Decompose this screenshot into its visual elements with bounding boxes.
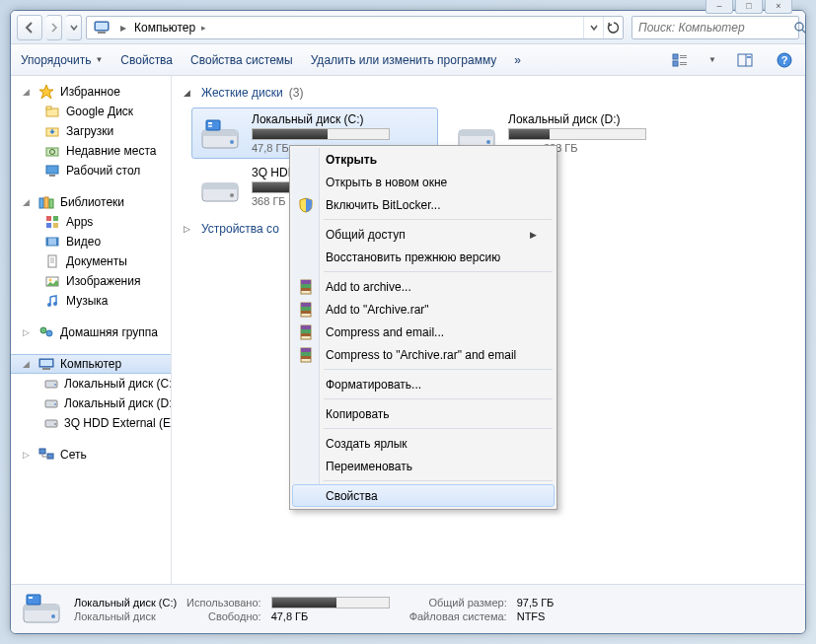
sidebar-item-drive-d[interactable]: Локальный диск (D:): [11, 394, 171, 413]
svg-rect-45: [42, 368, 50, 370]
status-free-value: 47,8 ГБ: [271, 610, 400, 622]
desktop-icon: [44, 163, 60, 179]
properties-button[interactable]: Свойства: [120, 53, 173, 67]
window-minimize-button[interactable]: –: [705, 0, 733, 14]
context-menu-item[interactable]: Compress to "Archive.rar" and email: [292, 343, 555, 366]
collapse-icon: ◢: [23, 197, 33, 207]
svg-point-47: [54, 384, 56, 386]
search-box[interactable]: [631, 16, 799, 39]
context-menu-item[interactable]: Форматировать...: [292, 373, 555, 395]
breadcrumb-computer[interactable]: Компьютер ▸: [130, 17, 215, 38]
sidebar-item-drive-c[interactable]: Локальный диск (C:): [11, 374, 171, 394]
svg-rect-83: [301, 329, 311, 333]
sidebar-item-apps[interactable]: Apps: [11, 212, 171, 232]
svg-rect-84: [301, 333, 311, 336]
folder-icon: [44, 104, 60, 119]
address-bar[interactable]: ▸ Компьютер ▸: [86, 16, 624, 39]
context-menu-item[interactable]: Общий доступ▶: [292, 223, 555, 246]
organize-button[interactable]: Упорядочить▼: [21, 53, 103, 67]
star-icon: [38, 84, 54, 100]
context-menu-item[interactable]: Создать ярлык: [292, 432, 555, 455]
sidebar-network-header[interactable]: ▷ Сеть: [11, 445, 171, 465]
address-dropdown-button[interactable]: [583, 17, 603, 38]
svg-point-58: [230, 140, 234, 144]
svg-rect-23: [39, 198, 43, 208]
svg-rect-10: [680, 64, 687, 65]
sidebar-item-music[interactable]: Музыка: [11, 291, 171, 311]
refresh-button[interactable]: [603, 17, 623, 38]
context-menu-item[interactable]: Открыть: [292, 148, 555, 171]
svg-rect-2: [98, 32, 106, 34]
toolbar-overflow-button[interactable]: »: [514, 53, 521, 67]
context-menu-item[interactable]: Add to archive...: [292, 275, 555, 298]
svg-point-41: [40, 327, 46, 333]
drive-usage-bar: [508, 128, 646, 140]
sidebar-item-drive-e[interactable]: 3Q HDD External (E:): [11, 413, 171, 433]
search-input[interactable]: [632, 21, 793, 35]
homegroup-icon: [38, 324, 54, 340]
sidebar-item-google-drive[interactable]: Google Диск: [11, 102, 171, 121]
sidebar-item-documents[interactable]: Документы: [11, 251, 171, 271]
collapse-icon: ◢: [23, 359, 33, 369]
svg-rect-32: [56, 238, 58, 246]
svg-rect-27: [53, 216, 58, 221]
submenu-arrow-icon: ▶: [530, 230, 537, 240]
svg-rect-60: [208, 122, 212, 124]
context-menu-separator: [324, 428, 553, 429]
svg-rect-5: [673, 54, 678, 59]
sidebar-item-recent[interactable]: Недавние места: [11, 141, 171, 161]
sidebar-item-videos[interactable]: Видео: [11, 232, 171, 251]
sidebar-item-downloads[interactable]: Загрузки: [11, 121, 171, 141]
svg-rect-88: [301, 356, 311, 359]
svg-point-64: [486, 140, 490, 144]
help-button[interactable]: ?: [774, 49, 795, 71]
sidebar-homegroup-header[interactable]: ▷ Домашняя группа: [11, 322, 171, 342]
context-menu-item[interactable]: Add to "Archive.rar": [292, 298, 555, 321]
pictures-icon: [44, 273, 60, 289]
preview-pane-button[interactable]: [734, 49, 756, 71]
context-menu-item[interactable]: Переименовать: [292, 455, 555, 477]
view-mode-button[interactable]: [669, 49, 691, 71]
svg-rect-11: [738, 54, 752, 66]
svg-rect-86: [301, 348, 311, 352]
svg-rect-31: [46, 238, 48, 246]
back-button[interactable]: [17, 15, 42, 40]
drive-icon: [44, 376, 58, 392]
sidebar-libraries-header[interactable]: ◢ Библиотеки: [11, 192, 171, 212]
history-dropdown-button[interactable]: [66, 15, 82, 40]
view-dropdown-button[interactable]: ▼: [708, 55, 716, 64]
uninstall-button[interactable]: Удалить или изменить программу: [311, 53, 497, 67]
drive-icon: [198, 166, 242, 209]
svg-point-49: [54, 403, 56, 405]
computer-icon: [91, 17, 112, 38]
sidebar-label: Сеть: [60, 448, 87, 462]
forward-button[interactable]: [46, 15, 62, 40]
command-bar: Упорядочить▼ Свойства Свойства системы У…: [11, 44, 805, 76]
status-drive-name: Локальный диск (C:): [74, 597, 177, 608]
sidebar-item-pictures[interactable]: Изображения: [11, 271, 171, 291]
context-menu-item[interactable]: Восстановить прежнюю версию: [292, 246, 555, 268]
svg-rect-22: [49, 175, 55, 177]
expand-icon: ▷: [23, 450, 33, 460]
window-close-button[interactable]: ×: [765, 0, 792, 14]
context-menu-item[interactable]: Включить BitLocker...: [292, 193, 555, 216]
context-menu-label: Создать ярлык: [326, 437, 408, 451]
svg-rect-75: [301, 284, 311, 288]
search-button[interactable]: [793, 17, 806, 38]
window-maximize-button[interactable]: □: [735, 0, 763, 14]
svg-rect-61: [208, 125, 212, 127]
drive-name: Локальный диск (C:): [252, 112, 431, 126]
context-menu-item[interactable]: Compress and email...: [292, 321, 555, 343]
context-menu-item[interactable]: Свойства: [292, 484, 555, 507]
svg-rect-71: [27, 595, 40, 605]
context-menu-item[interactable]: Открыть в новом окне: [292, 171, 555, 193]
sidebar-favorites-header[interactable]: ◢ Избранное: [11, 82, 171, 102]
svg-text:?: ?: [781, 54, 788, 66]
category-hard-drives[interactable]: ◢ Жесткие диски (3): [184, 86, 793, 100]
sidebar-computer-header[interactable]: ◢ Компьютер: [11, 354, 171, 374]
svg-rect-25: [49, 199, 53, 208]
svg-rect-78: [301, 303, 311, 307]
sidebar-item-desktop[interactable]: Рабочий стол: [11, 161, 171, 180]
system-properties-button[interactable]: Свойства системы: [190, 53, 293, 67]
context-menu-item[interactable]: Копировать: [292, 402, 555, 425]
